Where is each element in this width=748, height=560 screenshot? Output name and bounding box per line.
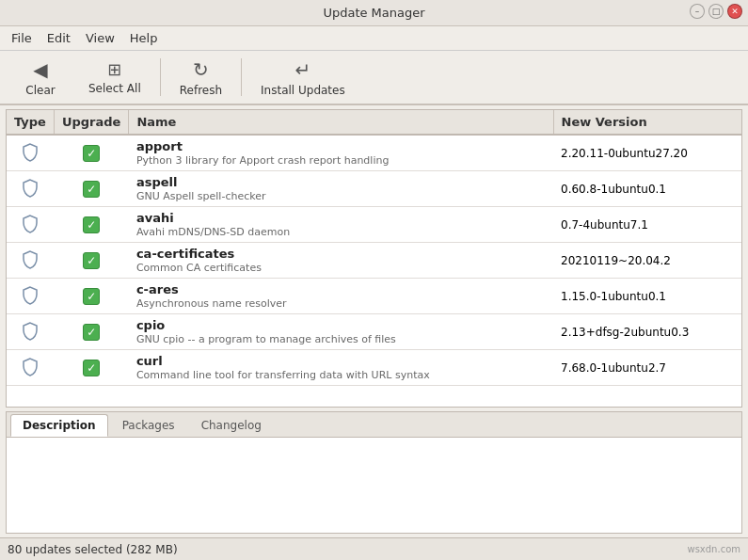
cell-upgrade[interactable]: [54, 279, 128, 314]
minimize-button[interactable]: –: [690, 4, 705, 19]
cell-upgrade[interactable]: [54, 243, 128, 279]
col-header-type: Type: [7, 110, 54, 135]
clear-button[interactable]: ◀ Clear: [8, 55, 73, 101]
menu-file[interactable]: File: [4, 29, 40, 47]
select-all-label: Select All: [88, 82, 141, 95]
window-title: Update Manager: [323, 6, 424, 20]
col-header-name: Name: [129, 110, 553, 135]
cell-version: 0.7-4ubuntu7.1: [553, 207, 741, 243]
cell-type: [7, 243, 54, 279]
cell-version: 2.20.11-0ubuntu27.20: [553, 135, 741, 171]
tab-packages[interactable]: Packages: [110, 414, 187, 437]
table-row: apportPython 3 library for Apport crash …: [7, 135, 741, 171]
status-bar: 80 updates selected (282 MB) wsxdn.com: [0, 537, 748, 560]
menu-help[interactable]: Help: [122, 29, 166, 47]
tab-content-description: [7, 438, 741, 533]
package-description: GNU Aspell spell-checker: [136, 190, 266, 202]
table-row: c-aresAsynchronous name resolver1.15.0-1…: [7, 279, 741, 314]
package-name: avahi: [136, 211, 174, 225]
bottom-panel: Description Packages Changelog: [6, 411, 742, 534]
package-description: Python 3 library for Apport crash report…: [136, 154, 390, 167]
table-row: avahiAvahi mDNS/DNS-SD daemon0.7-4ubuntu…: [7, 207, 741, 243]
cell-name: avahiAvahi mDNS/DNS-SD daemon: [129, 207, 553, 243]
col-header-upgrade: Upgrade: [54, 110, 128, 135]
checkbox-upgrade[interactable]: [83, 181, 100, 198]
menu-edit[interactable]: Edit: [40, 29, 78, 47]
package-name: apport: [136, 139, 183, 153]
cell-upgrade[interactable]: [54, 135, 128, 171]
checkbox-upgrade[interactable]: [83, 145, 100, 162]
table-row: cpioGNU cpio -- a program to manage arch…: [7, 314, 741, 350]
checkbox-upgrade[interactable]: [83, 360, 100, 376]
package-description: Asynchronous name resolver: [136, 297, 287, 310]
shield-icon: [19, 284, 41, 307]
tab-changelog[interactable]: Changelog: [189, 414, 274, 437]
checkbox-upgrade[interactable]: [83, 324, 100, 341]
refresh-label: Refresh: [180, 84, 222, 97]
cell-upgrade[interactable]: [54, 350, 128, 386]
refresh-button[interactable]: ↻ Refresh: [165, 55, 237, 101]
cell-upgrade[interactable]: [54, 314, 128, 350]
status-text: 80 updates selected (282 MB): [8, 543, 178, 556]
cell-type: [7, 279, 54, 314]
tab-bar: Description Packages Changelog: [7, 412, 741, 438]
package-name: aspell: [136, 175, 178, 189]
package-name: c-ares: [136, 282, 179, 296]
tab-description[interactable]: Description: [10, 414, 108, 437]
table-row: curlCommand line tool for transferring d…: [7, 350, 741, 386]
maximize-button[interactable]: □: [708, 4, 724, 19]
cell-version: 7.68.0-1ubuntu2.7: [553, 350, 741, 386]
shield-icon: [19, 141, 41, 164]
shield-icon: [19, 356, 41, 378]
table-row: aspellGNU Aspell spell-checker0.60.8-1ub…: [7, 171, 741, 207]
select-all-button[interactable]: ⊞ Select All: [73, 56, 156, 99]
shield-icon: [19, 213, 41, 235]
clear-icon: ◀: [33, 58, 47, 81]
cell-name: apportPython 3 library for Apport crash …: [129, 135, 553, 171]
col-header-version: New Version: [553, 110, 741, 135]
cell-name: c-aresAsynchronous name resolver: [129, 279, 553, 314]
menu-bar: File Edit View Help: [0, 26, 748, 51]
package-description: Avahi mDNS/DNS-SD daemon: [136, 226, 290, 238]
refresh-icon: ↻: [193, 58, 209, 81]
title-bar: Update Manager – □ ✕: [0, 0, 748, 26]
cell-version: 20210119~20.04.2: [553, 243, 741, 279]
close-button[interactable]: ✕: [727, 4, 742, 19]
package-table-container[interactable]: Type Upgrade Name New Version apportPyth…: [6, 109, 742, 408]
shield-icon: [19, 320, 41, 343]
main-content: Type Upgrade Name New Version apportPyth…: [0, 105, 748, 537]
install-label: Install Updates: [261, 84, 345, 97]
package-table: Type Upgrade Name New Version apportPyth…: [7, 110, 741, 386]
toolbar: ◀ Clear ⊞ Select All ↻ Refresh ↵ Install…: [0, 51, 748, 105]
cell-type: [7, 314, 54, 350]
install-updates-button[interactable]: ↵ Install Updates: [246, 55, 360, 101]
cell-upgrade[interactable]: [54, 207, 128, 243]
cell-version: 2.13+dfsg-2ubuntu0.3: [553, 314, 741, 350]
toolbar-separator-1: [160, 58, 161, 96]
cell-type: [7, 350, 54, 386]
cell-version: 0.60.8-1ubuntu0.1: [553, 171, 741, 207]
shield-icon: [19, 248, 41, 271]
package-description: GNU cpio -- a program to manage archives…: [136, 333, 396, 345]
package-name: ca-certificates: [136, 247, 234, 261]
cell-name: curlCommand line tool for transferring d…: [129, 350, 553, 386]
package-description: Common CA certificates: [136, 262, 262, 274]
install-icon: ↵: [294, 58, 310, 81]
table-row: ca-certificatesCommon CA certificates202…: [7, 243, 741, 279]
checkbox-upgrade[interactable]: [83, 216, 100, 233]
menu-view[interactable]: View: [78, 29, 122, 47]
cell-name: cpioGNU cpio -- a program to manage arch…: [129, 314, 553, 350]
clear-label: Clear: [25, 84, 55, 97]
checkbox-upgrade[interactable]: [83, 288, 100, 305]
cell-type: [7, 171, 54, 207]
window-controls: – □ ✕: [690, 4, 742, 19]
package-name: curl: [136, 354, 163, 368]
package-description: Command line tool for transferring data …: [136, 369, 430, 381]
package-name: cpio: [136, 318, 165, 332]
shield-icon: [19, 177, 41, 200]
cell-upgrade[interactable]: [54, 171, 128, 207]
cell-name: ca-certificatesCommon CA certificates: [129, 243, 553, 279]
select-all-icon: ⊞: [107, 59, 121, 79]
checkbox-upgrade[interactable]: [83, 252, 100, 269]
table-header-row: Type Upgrade Name New Version: [7, 110, 741, 135]
